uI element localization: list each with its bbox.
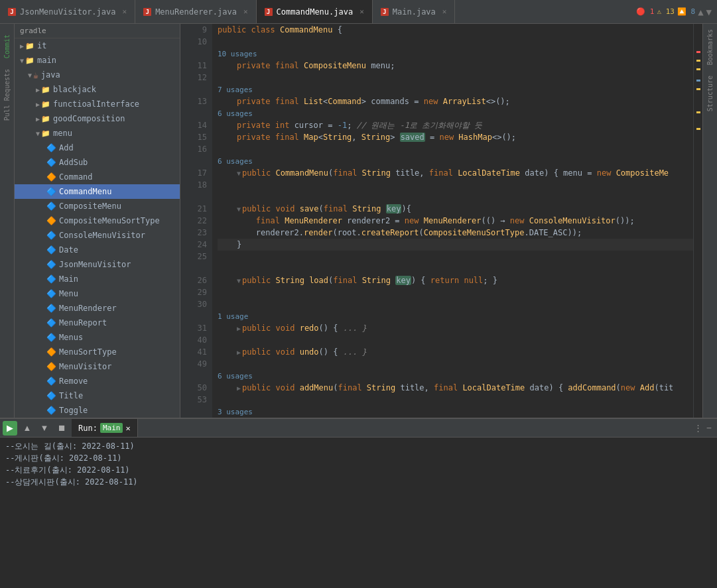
tree-container[interactable]: ▶ 📁 it ▼ 📁 main ▼ ☕ java ▶ <box>15 38 180 418</box>
tree-label: Menus <box>59 333 83 342</box>
nav-down-icon[interactable]: ▼ <box>706 7 712 17</box>
tree-item-compositemenu-sort[interactable]: 🔶 CompositeMenuSortType <box>15 213 180 228</box>
tree-item-blackjack[interactable]: ▶ 📁 blackjack <box>15 82 180 97</box>
tree-item-menu[interactable]: ▼ 📁 menu <box>15 126 180 141</box>
tree-item-main[interactable]: ▼ 📁 main <box>15 53 180 68</box>
play-button[interactable]: ▶ <box>3 421 17 436</box>
bottom-panel: ▶ ▲ ▼ ⏹ Run: Main ✕ ⋮ − --오시는 길(출시: 2022… <box>0 418 717 510</box>
gutter-info <box>696 80 700 82</box>
tree-item-menureport[interactable]: 🔷 MenuReport <box>15 316 180 330</box>
error-badge: 🔴 1 <box>636 7 654 16</box>
tree-item-addsub[interactable]: 🔷 AddSub <box>15 155 180 170</box>
tree-item-consolemenuvisitor[interactable]: 🔷 ConsoleMenuVisitor <box>15 228 180 243</box>
pull-requests-label[interactable]: Pull Requests <box>2 64 12 126</box>
code-line-active[interactable]: } <box>218 239 693 251</box>
class-icon: 🔷 <box>46 202 56 211</box>
line-num: 41 <box>180 346 207 358</box>
line-num: 17 <box>180 167 207 179</box>
tree-label: Add <box>59 143 74 152</box>
tree-item-java[interactable]: ▼ ☕ java <box>15 68 180 82</box>
line-num <box>180 310 207 322</box>
bookmarks-label[interactable]: Bookmarks <box>705 24 715 70</box>
tree-item-menus[interactable]: 🔷 Menus <box>15 330 180 345</box>
tree-label: main <box>37 56 56 65</box>
output-line-1: --오시는 길(출시: 2022-08-11) <box>5 440 712 452</box>
tree-item-toggle[interactable]: 🔷 Toggle <box>15 403 180 418</box>
tree-item-menurenderer[interactable]: 🔷 MenuRenderer <box>15 301 180 316</box>
line-num: 15 <box>180 131 207 143</box>
code-line-usage: 6 usages <box>218 155 693 167</box>
arrow-icon: ▼ <box>20 57 24 64</box>
code-line <box>218 179 693 191</box>
tab-main[interactable]: J Main.java ✕ <box>373 0 456 23</box>
tree-item-menusorttype[interactable]: 🔶 MenuSortType <box>15 345 180 359</box>
close-tab-icon[interactable]: ✕ <box>359 7 364 16</box>
pkg-icon: ☕ <box>33 70 38 80</box>
tab-command-menu[interactable]: J CommandMenu.java ✕ <box>257 0 373 23</box>
line-num: 13 <box>180 95 207 107</box>
code-line-usage: 7 usages <box>218 84 693 95</box>
close-tab-icon[interactable]: ✕ <box>123 7 127 16</box>
tab-run[interactable]: Run: Main ✕ <box>72 419 138 437</box>
close-run-tab[interactable]: ✕ <box>125 424 130 433</box>
line-num: 22 <box>180 215 207 227</box>
tree-item-good-composition[interactable]: ▶ 📁 goodComposition <box>15 111 180 126</box>
minimize-icon[interactable]: − <box>706 423 712 433</box>
line-num: 25 <box>180 251 207 263</box>
up-button[interactable]: ▲ <box>20 421 34 436</box>
line-num: 12 <box>180 72 207 84</box>
tree-item-add[interactable]: 🔷 Add <box>15 141 180 155</box>
java-icon: J <box>143 8 151 16</box>
class-icon: 🔷 <box>46 245 56 255</box>
tab-bar-end: 🔴 1 ⚠ 13 🔼 8 ▲ ▼ <box>636 7 717 17</box>
down-button[interactable]: ▼ <box>37 421 52 436</box>
tree-item-main-class[interactable]: 🔷 Main <box>15 272 180 286</box>
more-options-icon[interactable]: ⋮ <box>694 423 702 433</box>
tree-label: Title <box>59 391 83 400</box>
line-num: 26 <box>180 274 207 286</box>
tree-label: JsonMenuVisitor <box>59 260 131 269</box>
bottom-tab-end: ⋮ − <box>694 423 717 433</box>
tree-item-functional[interactable]: ▶ 📁 functioalInterface <box>15 97 180 111</box>
tree-item-command[interactable]: 🔶 Command <box>15 170 180 184</box>
project-tree: gradle ▶ 📁 it ▼ 📁 main ▼ ☕ <box>15 24 180 418</box>
interface-icon: 🔶 <box>46 172 56 182</box>
tree-item-commandmenu[interactable]: 🔷 CommandMenu <box>15 184 180 199</box>
tree-item-it[interactable]: ▶ 📁 it <box>15 38 180 53</box>
code-line <box>218 143 693 155</box>
close-tab-icon[interactable]: ✕ <box>442 7 447 16</box>
structure-label[interactable]: Structure <box>705 70 715 117</box>
code-line <box>218 358 693 370</box>
class-icon: 🔷 <box>46 333 56 342</box>
line-num: 16 <box>180 143 207 155</box>
code-line: private final Map<String, String> saved … <box>218 131 693 143</box>
tree-item-remove[interactable]: 🔷 Remove <box>15 374 180 388</box>
tree-label: ConsoleMenuVisitor <box>59 231 145 240</box>
tab-label: MenuRenderer.java <box>155 7 237 17</box>
code-scroll[interactable]: 9 10 11 12 13 14 15 16 17 18 21 22 <box>180 24 702 418</box>
commit-label[interactable]: Commit <box>2 29 12 64</box>
tree-label-commandmenu: CommandMenu <box>59 187 111 196</box>
tree-item-jsonmenuvisitor[interactable]: 🔷 JsonMenuVisitor <box>15 257 180 272</box>
interface-icon: 🔶 <box>46 362 56 371</box>
nav-up-icon[interactable]: ▲ <box>698 7 703 17</box>
line-num: 11 <box>180 60 207 72</box>
tree-item-title[interactable]: 🔷 Title <box>15 388 180 403</box>
tab-json-menu-visitor[interactable]: J JsonMenuVisitor.java ✕ <box>0 0 135 23</box>
tab-menu-renderer[interactable]: J MenuRenderer.java ✕ <box>135 0 256 23</box>
tree-item-menuvisitor[interactable]: 🔶 MenuVisitor <box>15 359 180 374</box>
tree-item-menu-class[interactable]: 🔷 Menu <box>15 286 180 301</box>
stop-button[interactable]: ⏹ <box>54 421 69 436</box>
tree-item-date[interactable]: 🔷 Date <box>15 243 180 257</box>
tree-item-compositemenu[interactable]: 🔷 CompositeMenu <box>15 199 180 213</box>
code-content[interactable]: public class CommandMenu { 10 usages pri… <box>212 24 693 418</box>
gutter-warn2 <box>696 68 700 70</box>
code-line: public class CommandMenu { <box>218 24 693 36</box>
tree-label: Toggle <box>59 406 88 415</box>
tab-bar: J JsonMenuVisitor.java ✕ J MenuRenderer.… <box>0 0 717 24</box>
bottom-content[interactable]: --오시는 길(출시: 2022-08-11) --게시판(출시: 2022-0… <box>0 438 717 510</box>
line-num <box>180 107 207 119</box>
class-icon: 🔷 <box>46 391 56 400</box>
close-tab-icon[interactable]: ✕ <box>243 7 248 16</box>
tree-label: Command <box>59 172 93 182</box>
